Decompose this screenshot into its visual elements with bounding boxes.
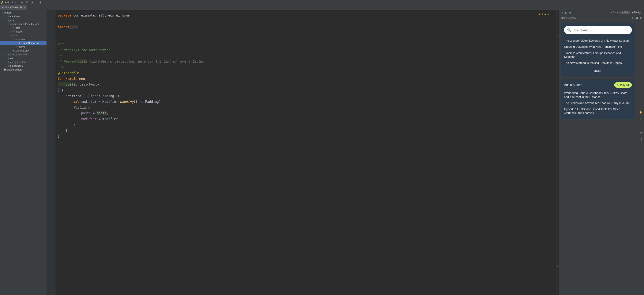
tree-node-uipackages[interactable]: ▸▮ui-packages — [0, 64, 46, 68]
tree-node-model[interactable]: ▸▭model — [0, 30, 46, 34]
fit-screen-button[interactable]: ⛶ — [638, 137, 643, 142]
search-bar[interactable]: 🔍 Search Articles ⋮ — [564, 26, 632, 34]
tree-node-theme[interactable]: ▸▭theme — [0, 45, 46, 49]
tree-node-gradle[interactable]: ▸🐘Gradle Scripts — [0, 68, 46, 72]
link-icon[interactable]: ⎘ — [632, 16, 634, 19]
collapse-all-icon[interactable]: ⇲ — [30, 1, 34, 4]
preview-header: Home screen ⎘ ▣ ▯ — [559, 15, 644, 21]
project-tree: ▾▣app ▸▮manifests ▾▮java ▾▭com.example.h… — [0, 10, 46, 72]
tree-node-res[interactable]: ▸▮res — [0, 56, 46, 60]
design-view-icon: ▦ — [632, 11, 634, 14]
view-mode-split[interactable]: ◫Split — [620, 11, 630, 14]
structure-icon[interactable]: ≔ — [49, 41, 52, 44]
tree-node-java-gen[interactable]: ▸▮java(generated) — [0, 53, 46, 56]
zoom-reset-button[interactable]: 1:1 — [638, 130, 643, 135]
menu-dots-icon[interactable]: ⋮ — [626, 28, 629, 32]
code-view-icon: ≡ — [611, 11, 612, 14]
preview-device: 🔍 Search Articles ⋮ The Wonderful Archit… — [561, 23, 635, 77]
tree-node-package[interactable]: ▾▭com.example.hellonews — [0, 22, 46, 26]
audio-story-item[interactable]: The Stories and Adventures That We Carry… — [564, 100, 632, 106]
close-icon[interactable]: × — [24, 6, 25, 9]
chevron-up-icon[interactable]: ˄ — [550, 13, 551, 15]
split-view-icon: ◫ — [622, 11, 623, 14]
view-mode-switch: ≡Code ◫Split ▦Design — [610, 11, 643, 14]
chevron-down-icon[interactable]: ˅ — [552, 13, 553, 15]
tree-node-ui[interactable]: ▾▭ui — [0, 34, 46, 37]
target-icon[interactable]: ⊕ — [20, 1, 24, 4]
audio-story-item[interactable]: Episode 11 - Science Based Tools For Sle… — [564, 106, 632, 116]
surface-floating-tools: ✋ ＋ － 1:1 ⛶ — [638, 110, 643, 142]
audio-section-title: Audio Stories — [564, 83, 582, 87]
tree-node-home[interactable]: ▾▭home — [0, 37, 46, 41]
minimize-icon[interactable]: — — [44, 1, 48, 4]
search-icon: 🔍 — [567, 28, 571, 32]
play-icon: ▷ — [617, 84, 619, 86]
tree-node-data[interactable]: ▸▭data — [0, 26, 46, 30]
interactive-icon[interactable]: ▣ — [636, 16, 638, 19]
project-selector-bar: ▞ Android ▾ ⊕ ⇱ ⇲ ⚙ — — [0, 0, 644, 5]
view-mode-code[interactable]: ≡Code — [610, 11, 620, 14]
layout-icon[interactable]: ▥ — [565, 11, 567, 14]
kotlin-file-icon: ◧ — [2, 6, 4, 9]
code-editor[interactable]: ≔ ▲5 ▲1 ˄ ˅ package com.example.hellonew… — [47, 10, 558, 295]
preview-pane: ⟳ ▥ ◆ ✔ Home screen ⎘ ▣ ▯ — [558, 10, 644, 295]
article-item[interactable]: Timeless Architecture, Through Decades a… — [564, 50, 632, 60]
tree-node-java[interactable]: ▾▮java — [0, 18, 46, 22]
inspection-summary[interactable]: ▲5 ▲1 ˄ ˅ — [538, 13, 553, 15]
device-icon[interactable]: ▯ — [640, 16, 642, 19]
project-sidebar: ▾▣app ▸▮manifests ▾▮java ▾▭com.example.h… — [0, 10, 47, 295]
design-surface[interactable]: 🔍 Search Articles ⋮ The Wonderful Archit… — [559, 21, 644, 295]
gutter: ≔ — [47, 10, 56, 295]
tab-filename: HomeScreen.kt — [5, 6, 22, 9]
audio-story-item[interactable]: Wondering Hour: A Childhood Story, Grizz… — [564, 90, 632, 100]
search-placeholder: Search Articles — [574, 29, 624, 32]
project-mode-label[interactable]: Android — [4, 1, 13, 4]
play-all-button[interactable]: ▷ Play All — [614, 82, 632, 88]
error-stripe[interactable] — [556, 10, 558, 295]
source-code[interactable]: package com.example.hellonews.ui.home im… — [58, 13, 556, 139]
tree-node-homescreen[interactable]: ◧HomeScreen.kt — [0, 41, 46, 45]
layers-icon[interactable]: ◆ — [569, 11, 571, 14]
zoom-out-button[interactable]: － — [638, 124, 643, 128]
weak-warning-icon: ▲ — [544, 13, 546, 15]
android-icon: ▞ — [1, 1, 3, 4]
preview-title: Home screen — [561, 17, 576, 19]
article-item[interactable]: The Wonderful Architectures of This Wint… — [564, 38, 632, 44]
view-mode-design[interactable]: ▦Design — [630, 11, 643, 14]
pan-icon[interactable]: ✋ — [638, 110, 643, 114]
more-button[interactable]: MORE — [564, 66, 632, 74]
tree-node-app[interactable]: ▾▣app — [0, 11, 46, 15]
tree-node-mainactivity[interactable]: ◐MainActivity — [0, 49, 46, 53]
audio-stories-card: Audio Stories ▷ Play All Wondering Hour:… — [561, 79, 635, 119]
chevron-down-icon[interactable]: ▾ — [15, 1, 16, 4]
gear-icon[interactable]: ⚙ — [38, 1, 42, 4]
warning-icon: ▲ — [538, 13, 540, 15]
tree-node-manifests[interactable]: ▸▮manifests — [0, 15, 46, 18]
editor-tabs: ◧ HomeScreen.kt × — [0, 5, 644, 10]
expand-all-icon[interactable]: ⇱ — [25, 1, 29, 4]
refresh-icon[interactable]: ⟳ — [561, 11, 563, 14]
zoom-in-button[interactable]: ＋ — [638, 117, 643, 121]
article-item[interactable]: The New Method to Making Breakfast Crepe… — [564, 60, 632, 66]
article-item[interactable]: Creating Butterflies With New Transparen… — [564, 44, 632, 50]
tab-homescreen[interactable]: ◧ HomeScreen.kt × — [0, 5, 27, 10]
tree-node-res-gen[interactable]: ▸▮res(generated) — [0, 60, 46, 64]
